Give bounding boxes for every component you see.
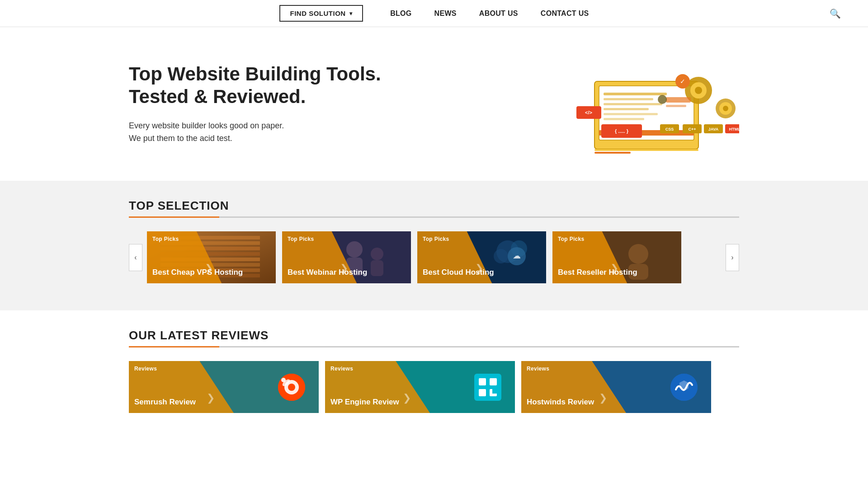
svg-rect-66	[479, 378, 486, 385]
svg-text:</>: </>	[585, 110, 592, 115]
svg-rect-5	[604, 108, 649, 110]
review-card-hostwinds[interactable]: Reviews Hostwinds Review ❯	[521, 361, 711, 413]
svg-text:CSS: CSS	[665, 127, 674, 131]
carousel-wrapper: ‹	[129, 231, 739, 283]
svg-point-52	[494, 249, 508, 263]
latest-reviews-header: OUR LATEST REVIEWS	[129, 328, 739, 347]
svg-rect-4	[604, 103, 662, 105]
wp-engine-icon	[474, 374, 501, 401]
review-label-hostwinds: Reviews	[527, 366, 549, 372]
svg-text:HTML: HTML	[729, 127, 740, 131]
card-title-vps: Best Cheap VPS Hosting	[152, 268, 243, 277]
semrush-icon	[278, 374, 305, 401]
review-items: Reviews Semrush Review ❯	[129, 361, 739, 413]
card-vps[interactable]: Top Picks Best Cheap VPS Hosting ❯	[147, 231, 276, 283]
nav-news[interactable]: NEWS	[434, 9, 457, 18]
svg-rect-48	[371, 260, 383, 276]
svg-rect-67	[490, 378, 497, 385]
arrow-icon-reseller: ❯	[610, 263, 618, 274]
arrow-icon-semrush: ❯	[207, 392, 215, 404]
card-label-reseller: Top Picks	[558, 236, 585, 242]
hostwinds-icon	[670, 374, 698, 401]
svg-text:JAVA: JAVA	[708, 127, 719, 131]
svg-point-13	[695, 87, 702, 94]
top-selection-title: TOP SELECTION	[129, 199, 739, 213]
carousel-items: Top Picks Best Cheap VPS Hosting ❯	[147, 231, 721, 283]
svg-point-45	[346, 241, 363, 258]
card-label-cloud: Top Picks	[423, 236, 449, 242]
review-title-hostwinds: Hostwinds Review	[527, 398, 594, 407]
arrow-icon-hostwinds: ❯	[599, 392, 607, 404]
svg-rect-29	[666, 97, 691, 103]
hero-illustration: </> ✓ C++ JAVA CSS HTML { ..... }	[549, 54, 739, 154]
carousel-next-button[interactable]: ›	[726, 244, 739, 271]
review-label-wp: Reviews	[330, 366, 353, 372]
svg-text:{ ..... }: { ..... }	[615, 128, 629, 134]
review-title-wp: WP Engine Review	[330, 398, 399, 407]
nav-blog[interactable]: BLOG	[390, 9, 411, 18]
top-selection-divider	[129, 216, 739, 218]
nav-links: BLOG NEWS ABOUT US CONTACT US	[390, 9, 589, 18]
svg-text:✓: ✓	[680, 78, 685, 85]
latest-reviews-section: OUR LATEST REVIEWS Reviews Semrush Revie…	[0, 310, 868, 440]
hero-subtitle-line2: We put them to the acid test.	[129, 132, 381, 145]
svg-rect-30	[666, 105, 686, 107]
chevron-down-icon: ▾	[349, 10, 353, 17]
hero-text: Top Website Building Tools.Tested & Revi…	[129, 63, 381, 145]
svg-point-63	[281, 378, 286, 382]
top-selection-header: TOP SELECTION	[129, 199, 739, 218]
find-solution-label: FIND SOLUTION	[290, 9, 346, 17]
arrow-icon-vps: ❯	[205, 263, 213, 274]
svg-point-61	[288, 384, 295, 391]
svg-rect-32	[594, 149, 698, 151]
card-title-reseller: Best Reseller Hosting	[558, 268, 637, 277]
card-webinar[interactable]: Top Picks Best Webinar Hosting ❯	[282, 231, 411, 283]
navbar: FIND SOLUTION ▾ BLOG NEWS ABOUT US CONTA…	[0, 0, 868, 27]
find-solution-button[interactable]: FIND SOLUTION ▾	[279, 5, 363, 22]
svg-point-47	[371, 248, 383, 260]
card-title-cloud: Best Cloud Hosting	[423, 268, 494, 277]
search-icon[interactable]: 🔍	[830, 8, 841, 19]
svg-rect-70	[492, 389, 497, 394]
review-card-semrush[interactable]: Reviews Semrush Review ❯	[129, 361, 319, 413]
carousel-prev-button[interactable]: ‹	[129, 244, 142, 271]
card-title-webinar: Best Webinar Hosting	[288, 268, 367, 277]
svg-rect-7	[604, 118, 644, 120]
svg-point-16	[723, 106, 728, 111]
latest-reviews-divider	[129, 346, 739, 347]
arrow-icon-cloud: ❯	[475, 263, 483, 274]
review-card-wp[interactable]: Reviews WP Engine Review ❯	[325, 361, 515, 413]
card-label-vps: Top Picks	[152, 236, 179, 242]
review-title-semrush: Semrush Review	[134, 398, 196, 407]
arrow-icon-wp: ❯	[403, 392, 411, 404]
card-reseller[interactable]: Top Picks Best Reseller Hosting ❯	[552, 231, 681, 283]
top-selection-section: TOP SELECTION ‹	[0, 181, 868, 310]
svg-point-31	[658, 95, 667, 104]
svg-rect-2	[604, 93, 667, 95]
card-cloud[interactable]: ☁ Top Picks Best Cloud Hosting ❯	[417, 231, 546, 283]
arrow-icon-webinar: ❯	[340, 263, 348, 274]
hero-section: Top Website Building Tools.Tested & Revi…	[0, 27, 868, 181]
svg-rect-6	[604, 113, 658, 115]
nav-about-us[interactable]: ABOUT US	[479, 9, 518, 18]
svg-rect-68	[479, 389, 486, 396]
hero-subtitle-line1: Every website builder looks good on pape…	[129, 119, 381, 132]
hero-title: Top Website Building Tools.Tested & Revi…	[129, 63, 381, 108]
svg-rect-65	[474, 374, 501, 401]
svg-rect-3	[604, 98, 653, 100]
review-label-semrush: Reviews	[134, 366, 157, 372]
latest-reviews-title: OUR LATEST REVIEWS	[129, 328, 739, 343]
svg-text:C++: C++	[688, 127, 696, 131]
card-label-webinar: Top Picks	[288, 236, 314, 242]
svg-point-56	[628, 244, 648, 264]
nav-contact-us[interactable]: CONTACT US	[541, 9, 589, 18]
svg-text:☁: ☁	[513, 251, 521, 260]
svg-rect-33	[594, 152, 631, 154]
